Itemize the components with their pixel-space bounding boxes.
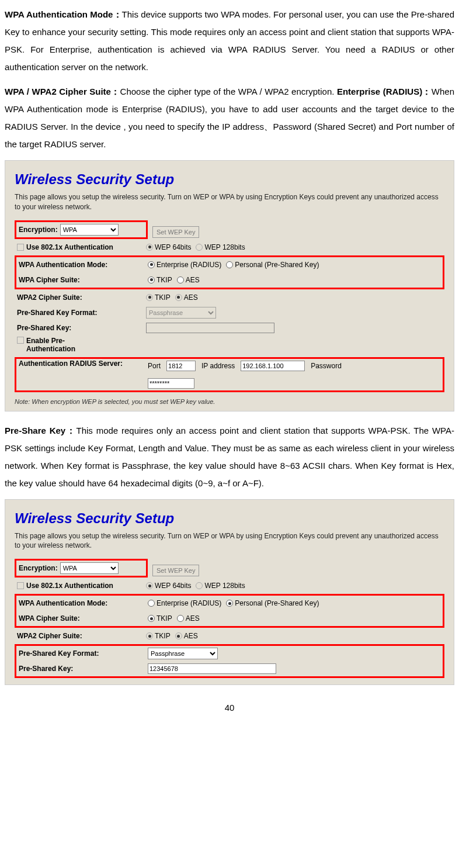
psk-format-select-2[interactable]: Passphrase	[148, 648, 218, 659]
wpa-auth-mode-label: WPA Authentication Mode:	[16, 261, 148, 269]
wpa2-cipher-label-2: WPA2 Cipher Suite:	[15, 632, 146, 640]
personal-radio-2[interactable]	[226, 600, 233, 607]
radius-port-label: Port	[148, 362, 161, 370]
psk-format-label: Pre-Shared Key Format:	[15, 309, 146, 317]
wep64-radio[interactable]	[146, 244, 153, 251]
paragraph-preshare-key: Pre-Share Key：This mode requires only an…	[5, 422, 454, 492]
use-8021x-checkbox-2[interactable]	[17, 582, 24, 589]
term-cipher-suite: WPA / WPA2 Cipher Suite：	[5, 87, 120, 96]
wpa-aes-label: AES	[186, 276, 200, 284]
term-preshare-key: Pre-Share Key：	[5, 426, 76, 435]
enable-preauth-label: Enable Pre-Authentication	[26, 337, 114, 353]
use-8021x-label-2: Use 802.1x Authentication	[26, 582, 113, 590]
wpa-auth-mode-label-2: WPA Authentication Mode:	[16, 599, 148, 607]
app-wireless-security-2: Wireless Security Setup This page allows…	[5, 499, 454, 686]
set-wep-key-button[interactable]: Set WEP Key	[152, 226, 199, 238]
wpa2-aes-label: AES	[184, 293, 198, 302]
enterprise-label: Enterprise (RADIUS)	[157, 261, 221, 269]
wpa2-cipher-label: WPA2 Cipher Suite:	[15, 293, 146, 302]
wpa2-tkip-label-2: TKIP	[155, 632, 171, 640]
psk-label-2: Pre-Shared Key:	[16, 665, 148, 673]
wpa2-aes-label-2: AES	[184, 632, 198, 640]
wpa2-tkip-radio-2[interactable]	[146, 632, 153, 639]
desc-cipher-suite: Choose the cipher type of the WPA / WPA2…	[120, 87, 335, 96]
wep128-label: WEP 128bits	[204, 243, 245, 251]
wep64-label-2: WEP 64bits	[155, 582, 191, 590]
enterprise-radio-2[interactable]	[148, 600, 155, 607]
page-title: Wireless Security Setup	[15, 171, 444, 188]
encryption-select-2[interactable]: WPA	[60, 562, 119, 574]
wpa-tkip-radio[interactable]	[148, 276, 155, 283]
term-wpa-auth-mode: WPA Authentication Mode：	[5, 9, 122, 19]
set-wep-key-button-2[interactable]: Set WEP Key	[152, 565, 199, 576]
wpa-cipher-label-2: WPA Cipher Suite:	[16, 614, 148, 623]
wpa2-aes-radio[interactable]	[175, 294, 182, 301]
radius-port-input[interactable]	[166, 361, 196, 371]
wep128-radio-2[interactable]	[196, 582, 203, 589]
wep64-label: WEP 64bits	[155, 243, 191, 251]
page-number: 40	[5, 703, 454, 713]
psk-input-2[interactable]	[148, 663, 276, 674]
paragraph-wpa-auth-mode: WPA Authentication Mode：This device supp…	[5, 6, 454, 76]
wpa-aes-radio-2[interactable]	[177, 615, 184, 622]
radius-password-input[interactable]	[148, 378, 194, 389]
enable-preauth-checkbox[interactable]	[17, 337, 24, 344]
radius-server-label: Authentication RADIUS Server:	[16, 359, 148, 369]
wpa-tkip-label: TKIP	[157, 276, 172, 284]
psk-input[interactable]	[146, 323, 274, 333]
personal-radio[interactable]	[226, 261, 233, 268]
wpa2-aes-radio-2[interactable]	[175, 632, 182, 639]
wpa2-tkip-label: TKIP	[155, 293, 171, 302]
radius-ip-input[interactable]	[241, 361, 305, 371]
enterprise-label-2: Enterprise (RADIUS)	[157, 599, 221, 607]
wpa-tkip-label-2: TKIP	[157, 614, 172, 623]
use-8021x-checkbox[interactable]	[17, 244, 24, 251]
wep128-radio[interactable]	[196, 244, 203, 251]
psk-format-label-2: Pre-Shared Key Format:	[16, 649, 148, 658]
wpa-tkip-radio-2[interactable]	[148, 615, 155, 622]
wpa-aes-label-2: AES	[186, 614, 200, 623]
page-title-2: Wireless Security Setup	[15, 510, 444, 527]
wpa2-tkip-radio[interactable]	[146, 294, 153, 301]
enterprise-radio[interactable]	[148, 261, 155, 268]
psk-label: Pre-Shared Key:	[15, 324, 146, 332]
wep64-radio-2[interactable]	[146, 582, 153, 589]
paragraph-cipher-enterprise: WPA / WPA2 Cipher Suite：Choose the ciphe…	[5, 83, 454, 153]
wep-note: Note: When encryption WEP is selected, y…	[15, 398, 444, 405]
app-wireless-security-1: Wireless Security Setup This page allows…	[5, 160, 454, 411]
wpa-cipher-label: WPA Cipher Suite:	[16, 276, 148, 284]
wep128-label-2: WEP 128bits	[204, 582, 245, 590]
personal-label: Personal (Pre-Shared Key)	[235, 261, 319, 269]
wpa-aes-radio[interactable]	[177, 276, 184, 283]
encryption-label: Encryption:	[16, 226, 60, 234]
term-enterprise-radius: Enterprise (RADIUS)：	[337, 87, 432, 96]
encryption-select[interactable]: WPA	[60, 224, 119, 236]
page-description-2: This page allows you setup the wireless …	[15, 531, 444, 551]
use-8021x-label: Use 802.1x Authentication	[26, 243, 113, 251]
personal-label-2: Personal (Pre-Shared Key)	[235, 599, 319, 607]
encryption-label-2: Encryption:	[16, 564, 60, 572]
psk-format-select[interactable]: Passphrase	[146, 307, 216, 319]
page-description: This page allows you setup the wireless …	[15, 192, 444, 212]
radius-password-label: Password	[311, 362, 342, 370]
radius-ip-label: IP address	[201, 362, 235, 370]
